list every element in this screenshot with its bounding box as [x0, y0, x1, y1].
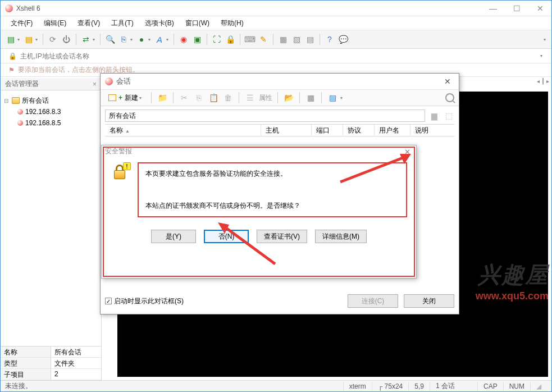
search-sessions-icon[interactable]	[445, 93, 454, 102]
show-on-start-checkbox[interactable]: ✓启动时显示此对话框(S)	[105, 297, 184, 306]
export-icon[interactable]: ▦	[305, 92, 316, 103]
prop-key: 名称	[1, 347, 51, 358]
tree-root-row: ⊟ 所有会话	[4, 95, 98, 106]
font-icon[interactable]: A	[154, 34, 165, 45]
sessions-path-field[interactable]: 所有会话	[105, 110, 425, 122]
session-tree[interactable]: ⊟ 所有会话 192.168.8.3 192.168.8.5	[1, 90, 101, 346]
session-manager-panel: 会话管理器 × ⊟ 所有会话 192.168.8.3 192.168.8.5	[1, 78, 102, 380]
col-user[interactable]: 用户名	[375, 125, 410, 136]
security-lock-icon: !	[111, 162, 130, 181]
status-num: NUM	[503, 382, 530, 390]
prop-val: 文件夹	[51, 358, 101, 369]
status-bar: 未连接。 xterm ┌ 75x24 5,9 1 会话 CAP NUM ◢	[1, 380, 551, 391]
close-sessions-button[interactable]: 关闭	[404, 294, 454, 308]
paste-icon[interactable]: 📋	[208, 92, 219, 103]
address-overflow-icon[interactable]: ▾	[540, 53, 542, 58]
menu-tools[interactable]: 工具(T)	[107, 17, 138, 29]
folder-toolbar-icon[interactable]: 📁	[157, 92, 168, 103]
col-port[interactable]: 端口	[312, 125, 343, 136]
alert-no-button[interactable]: 否(N)	[204, 230, 249, 243]
col-proto[interactable]: 协议	[343, 125, 375, 136]
reconnect-icon[interactable]: ⟳	[47, 34, 58, 45]
keyboard-icon[interactable]: ⌨	[244, 34, 256, 45]
alert-close-icon[interactable]: ✕	[404, 148, 410, 156]
chat-icon[interactable]: 💬	[337, 34, 349, 45]
status-sessions: 1 会话	[430, 381, 460, 391]
col-desc[interactable]: 说明	[410, 125, 454, 136]
lock-small-icon: 🔒	[8, 52, 17, 60]
menu-bar: 文件(F) 编辑(E) 查看(V) 工具(T) 选项卡(B) 窗口(W) 帮助(…	[1, 16, 551, 30]
help-icon[interactable]: ?	[324, 34, 335, 45]
new-session-icon[interactable]: ▤	[5, 34, 16, 45]
view-mode-icon[interactable]: ▤	[327, 92, 338, 103]
col-host[interactable]: 主机	[261, 125, 312, 136]
prop-val: 2	[51, 369, 101, 380]
props-icon[interactable]: ☰	[244, 92, 256, 103]
address-input[interactable]	[20, 52, 538, 60]
address-bar: 🔒 ▾	[1, 49, 551, 63]
sidebar-close-icon[interactable]: ×	[93, 80, 97, 88]
cut-icon[interactable]: ✂	[179, 92, 190, 103]
sidebar-title: 会话管理器	[5, 79, 39, 89]
lock-icon[interactable]: 🔒	[225, 34, 236, 45]
menu-window[interactable]: 窗口(W)	[181, 17, 214, 29]
status-cap: CAP	[477, 382, 503, 390]
sessions-dialog-close-icon[interactable]: ✕	[441, 77, 454, 86]
alert-yes-button[interactable]: 是(Y)	[151, 230, 196, 243]
main-toolbar: ▤▾ ▤▾ ⟳ ⏻ ⇄▾ 🔍 ⎘▾ ●▾ A▾ ◉ ▣ ⛶ 🔒 ⌨ ✎ ▦ ▧ …	[1, 30, 551, 49]
properties-button[interactable]: 属性	[259, 93, 272, 103]
security-alert-dialog: 安全警报 ✕ ! 本页要求建立包含服务器验证功能的安全连接。 本站点的证书颁发商…	[101, 145, 417, 279]
script-icon[interactable]: ▣	[191, 34, 203, 45]
path-folder-icon[interactable]: ▆	[428, 110, 440, 121]
layout2-icon[interactable]: ▧	[291, 34, 302, 45]
delete-icon[interactable]: 🗑	[222, 92, 234, 103]
search-icon[interactable]: 🔍	[104, 34, 116, 45]
new-folder-icon	[108, 94, 116, 101]
import-icon[interactable]: 📂	[283, 92, 294, 103]
new-session-button[interactable]: + 新建 ▾	[105, 92, 146, 104]
path-up-icon[interactable]: ⬚	[443, 110, 454, 121]
transfer-icon[interactable]: ⇄	[80, 34, 92, 45]
tree-item-label[interactable]: 192.168.8.3	[25, 108, 61, 116]
app-icon	[5, 4, 13, 12]
menu-file[interactable]: 文件(F)	[6, 17, 37, 29]
prop-val: 所有会话	[51, 347, 101, 358]
toolbar-overflow-icon[interactable]: ▾	[544, 37, 546, 42]
sidebar-properties: 名称所有会话 类型文件夹 子项目2	[1, 346, 101, 380]
connect-button[interactable]: 连接(C)	[348, 294, 398, 308]
minimize-button[interactable]: —	[486, 4, 500, 13]
disconnect-icon[interactable]: ⏻	[61, 34, 72, 45]
alert-message-box: 本页要求建立包含服务器验证功能的安全连接。 本站点的证书颁发商不可信或身份不明。…	[138, 162, 407, 217]
menu-tabs[interactable]: 选项卡(B)	[140, 17, 179, 29]
menu-edit[interactable]: 编辑(E)	[39, 17, 71, 29]
tree-root-label[interactable]: 所有会话	[22, 96, 49, 106]
menu-help[interactable]: 帮助(H)	[216, 17, 248, 29]
highlight-icon[interactable]: ✎	[258, 34, 269, 45]
tree-item-label[interactable]: 192.168.8.5	[25, 119, 61, 127]
session-icon	[17, 120, 23, 126]
open-session-icon[interactable]: ▤	[23, 34, 34, 45]
layout1-icon[interactable]: ▦	[277, 34, 289, 45]
alert-more-info-button[interactable]: 详细信息(M)	[315, 230, 367, 243]
tab-nav[interactable]: ◂ ┃ ▸	[537, 78, 549, 84]
maximize-button[interactable]: ☐	[510, 4, 523, 13]
main-titlebar: Xshell 6 — ☐ ✕	[1, 1, 551, 16]
app-title: Xshell 6	[16, 4, 486, 12]
status-resize-icon[interactable]: ◢	[530, 382, 547, 390]
collapse-icon[interactable]: ⊟	[4, 98, 10, 104]
alert-view-cert-button[interactable]: 查看证书(V)	[257, 230, 307, 243]
sessions-toolbar: + 新建 ▾ 📁 ✂ ⎘ 📋 🗑 ☰ 属性 📂 ▦ ▤▾	[101, 89, 459, 106]
alert-line2: 本站点的证书颁发商不可信或身份不明。是否继续？	[145, 201, 399, 211]
dialog-icon	[105, 78, 113, 85]
fullscreen-icon[interactable]: ⛶	[211, 34, 222, 45]
status-term: xterm	[343, 382, 372, 390]
tree-item: 192.168.8.3	[4, 106, 98, 117]
copy-icon[interactable]: ⎘	[118, 34, 129, 45]
col-name[interactable]: 名称▲	[105, 125, 261, 136]
close-button[interactable]: ✕	[533, 4, 547, 13]
layout3-icon[interactable]: ▤	[304, 34, 316, 45]
shell-icon[interactable]: ◉	[178, 34, 189, 45]
menu-view[interactable]: 查看(V)	[73, 17, 104, 29]
copy2-icon[interactable]: ⎘	[193, 92, 204, 103]
globe-icon[interactable]: ●	[136, 34, 147, 45]
